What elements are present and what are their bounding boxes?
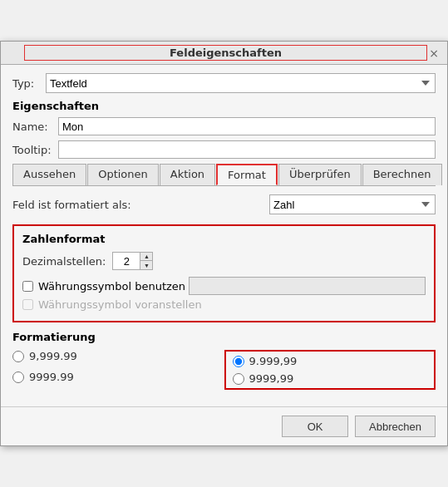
format-type-row: Feld ist formatiert als: Zahl Prozent Da… — [12, 194, 436, 214]
typ-label: Typ: — [12, 77, 46, 90]
format-type-select[interactable]: Zahl Prozent Datum Uhrzeit Sonderzeichen… — [269, 194, 436, 214]
currency-use-label: Währungssymbol benutzen — [38, 280, 185, 293]
typ-select[interactable]: Textfeld — [46, 73, 436, 93]
formatierung-section: Formatierung 9,999.99 9999.99 — [12, 331, 436, 390]
radio-label-4: 9999,99 — [249, 372, 294, 385]
tooltip-row: Tooltip: — [12, 140, 436, 159]
radio-9999dot99-comma[interactable] — [12, 351, 24, 362]
spinner-buttons: ▲ ▼ — [140, 253, 152, 269]
dialog-content: Typ: Textfeld Eigenschaften Name: Toolti… — [1, 65, 447, 398]
dezimal-input[interactable] — [113, 253, 140, 269]
cancel-button[interactable]: Abbrechen — [355, 416, 436, 437]
tab-optionen[interactable]: Optionen — [87, 164, 159, 185]
tab-uberpruefen[interactable]: Überprüfen — [278, 164, 362, 185]
name-input[interactable] — [58, 117, 436, 135]
currency-prepend-label: Währungssymbol voranstellen — [38, 298, 202, 311]
spinner-down[interactable]: ▼ — [140, 261, 152, 269]
currency-use-checkbox[interactable] — [22, 281, 33, 292]
titlebar: Feldeigenschaften × — [1, 42, 447, 65]
currency-symbol-input[interactable] — [189, 277, 426, 295]
close-button[interactable]: × — [427, 47, 441, 60]
radio-9999-dot[interactable] — [233, 373, 244, 385]
radio-left-col: 9,999.99 9999.99 — [12, 350, 224, 390]
currency-prepend-row: Währungssymbol voranstellen — [22, 298, 426, 311]
name-label: Name: — [12, 121, 58, 133]
tooltip-input[interactable] — [58, 140, 436, 159]
button-row: OK Abbrechen — [1, 406, 447, 445]
radio-9999dot99-dot[interactable] — [233, 356, 244, 367]
dezimal-label: Dezimalstellen: — [22, 255, 106, 268]
tabs-container: Aussehen Optionen Aktion Format Überprüf… — [12, 164, 436, 186]
radio-item-2: 9.999,99 — [233, 355, 428, 367]
zahlenformat-box: Zahlenformat Dezimalstellen: ▲ ▼ Währung… — [12, 224, 436, 322]
dialog: Feldeigenschaften × Typ: Textfeld Eigens… — [0, 41, 448, 446]
typ-row: Typ: Textfeld — [12, 73, 436, 93]
radio-label-1: 9,999.99 — [29, 350, 77, 362]
radio-label-3: 9999.99 — [29, 371, 74, 383]
radio-right-col: 9.999,99 9999,99 — [224, 350, 436, 390]
tab-format[interactable]: Format — [216, 164, 278, 185]
zahlenformat-title: Zahlenformat — [22, 233, 426, 245]
radio-9999-comma[interactable] — [12, 371, 24, 383]
radio-item-4: 9999,99 — [233, 372, 428, 385]
eigenschaften-title: Eigenschaften — [12, 100, 436, 112]
tab-aussehen[interactable]: Aussehen — [12, 164, 86, 185]
spinner-up[interactable]: ▲ — [140, 253, 152, 261]
radio-right-group: 9.999,99 9999,99 — [224, 350, 436, 390]
dezimal-row: Dezimalstellen: ▲ ▼ — [22, 252, 426, 270]
radio-item-3: 9999.99 — [12, 371, 224, 383]
currency-use-row: Währungssymbol benutzen — [22, 277, 426, 295]
dialog-title: Feldeigenschaften — [24, 45, 427, 61]
currency-prepend-checkbox[interactable] — [22, 299, 33, 310]
tooltip-label: Tooltip: — [12, 144, 58, 156]
radio-grid-container: 9,999.99 9999.99 9.999,99 — [12, 350, 436, 390]
ok-button[interactable]: OK — [282, 416, 348, 437]
tab-aktion[interactable]: Aktion — [160, 164, 215, 185]
name-row: Name: — [12, 117, 436, 135]
format-type-label: Feld ist formatiert als: — [12, 199, 269, 211]
radio-item-1: 9,999.99 — [12, 350, 224, 362]
dezimal-spinner: ▲ ▼ — [112, 252, 153, 270]
tab-berechnen[interactable]: Berechnen — [362, 164, 442, 185]
formatierung-title: Formatierung — [12, 331, 436, 343]
radio-label-2: 9.999,99 — [249, 355, 298, 367]
